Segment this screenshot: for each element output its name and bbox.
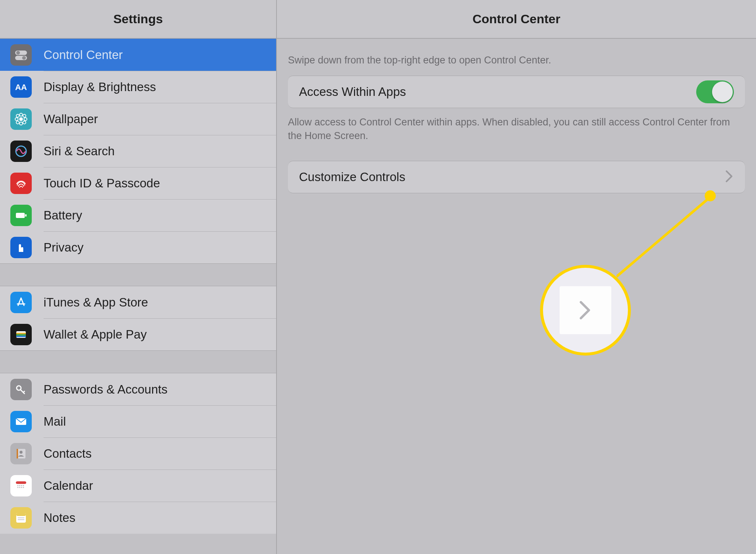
- sidebar-group-gap: [0, 263, 276, 286]
- cc-icon: [10, 44, 32, 66]
- sidebar-item-display-brightness[interactable]: Display & Brightness: [0, 71, 276, 103]
- wallet-icon: [10, 324, 32, 345]
- customize-controls-cell[interactable]: Customize Controls: [288, 161, 745, 193]
- sidebar-item-siri-search[interactable]: Siri & Search: [0, 135, 276, 167]
- mail-icon: [10, 411, 32, 432]
- sidebar-item-label: Contacts: [44, 447, 92, 461]
- notes-icon: [10, 507, 32, 529]
- battery-icon: [10, 205, 32, 226]
- sidebar-item-mail[interactable]: Mail: [0, 405, 276, 437]
- detail-header: Control Center: [277, 0, 756, 39]
- sidebar-item-itunes[interactable]: iTunes & App Store: [0, 286, 276, 318]
- sidebar-item-contacts[interactable]: Contacts: [0, 437, 276, 470]
- sidebar-item-label: Display & Brightness: [44, 80, 156, 94]
- sidebar-item-privacy[interactable]: Privacy: [0, 231, 276, 263]
- sidebar-item-label: Wallpaper: [44, 112, 98, 126]
- toggle-knob: [712, 82, 733, 102]
- appstore-icon: [10, 292, 32, 313]
- hint-caption: Swipe down from the top-right edge to op…: [277, 39, 756, 76]
- detail-pane: Control Center Swipe down from the top-r…: [277, 0, 756, 554]
- sidebar-item-wallet[interactable]: Wallet & Apple Pay: [0, 318, 276, 350]
- sidebar-item-passwords[interactable]: Passwords & Accounts: [0, 373, 276, 405]
- hand-icon: [10, 237, 32, 258]
- sidebar-item-label: Control Center: [44, 48, 123, 62]
- calendar-icon: [10, 475, 32, 496]
- customize-label: Customize Controls: [299, 170, 721, 184]
- sidebar-item-wallpaper[interactable]: Wallpaper: [0, 103, 276, 135]
- access-label: Access Within Apps: [299, 85, 696, 99]
- sidebar-item-notes[interactable]: Notes: [0, 502, 276, 534]
- access-caption: Allow access to Control Center within ap…: [277, 108, 756, 151]
- sidebar-group-gap: [0, 350, 276, 373]
- sidebar-item-label: Privacy: [44, 240, 83, 255]
- sidebar-item-battery[interactable]: Battery: [0, 199, 276, 231]
- sidebar-item-calendar[interactable]: Calendar: [0, 470, 276, 502]
- access-within-apps-cell[interactable]: Access Within Apps: [288, 76, 745, 108]
- siri-icon: [10, 141, 32, 162]
- sidebar-item-label: Calendar: [44, 479, 93, 493]
- sidebar-item-touch-id[interactable]: Touch ID & Passcode: [0, 167, 276, 199]
- key-icon: [10, 379, 32, 400]
- fingerprint-icon: [10, 173, 32, 194]
- detail-body: Swipe down from the top-right edge to op…: [277, 39, 756, 554]
- sidebar-item-label: iTunes & App Store: [44, 295, 148, 309]
- sidebar-item-control-center[interactable]: Control Center: [0, 39, 276, 71]
- access-toggle[interactable]: [696, 80, 734, 103]
- sidebar-item-label: Wallet & Apple Pay: [44, 328, 147, 342]
- chevron-right-icon: [725, 170, 734, 184]
- sidebar-item-label: Touch ID & Passcode: [44, 176, 160, 190]
- sidebar-item-label: Siri & Search: [44, 144, 115, 158]
- detail-title: Control Center: [472, 12, 560, 26]
- sidebar-item-label: Passwords & Accounts: [44, 382, 168, 397]
- sidebar: Settings Control CenterDisplay & Brightn…: [0, 0, 277, 554]
- sidebar-title: Settings: [113, 12, 163, 26]
- sidebar-item-label: Notes: [44, 511, 75, 525]
- sidebar-item-label: Mail: [44, 415, 66, 429]
- sidebar-item-label: Battery: [44, 208, 82, 222]
- aa-icon: [10, 76, 32, 98]
- contacts-icon: [10, 443, 32, 464]
- sidebar-header: Settings: [0, 0, 276, 39]
- flower-icon: [10, 108, 32, 130]
